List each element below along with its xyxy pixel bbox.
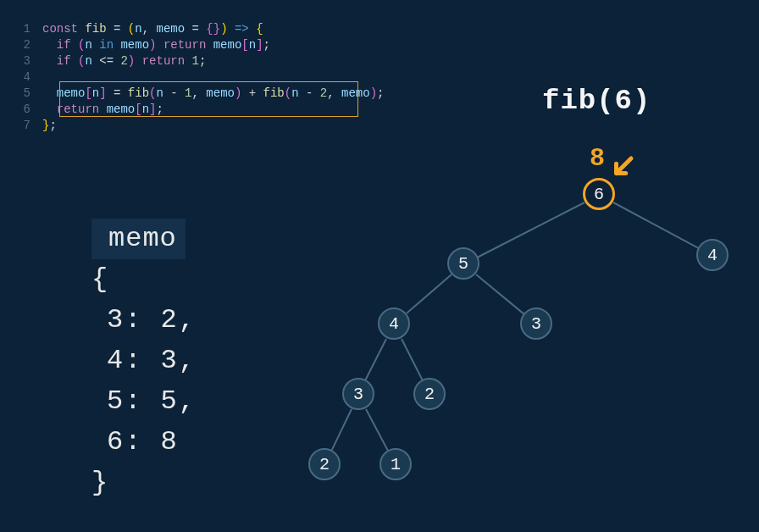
line-number: 1 <box>17 21 42 37</box>
code-content: return memo[n]; <box>42 102 163 118</box>
result-value: 8 <box>590 144 605 173</box>
line-number: 7 <box>17 118 42 134</box>
code-line: 2 if (n in memo) return memo[n]; <box>17 37 384 53</box>
memo-entry: 4: 3, <box>91 341 197 381</box>
recursion-tree: 654433221 <box>296 178 745 517</box>
memo-object: memo { 3: 2,4: 3,5: 5,6: 8 } <box>91 219 197 503</box>
code-line: 6 return memo[n]; <box>17 102 384 118</box>
memo-label: memo <box>91 219 186 259</box>
code-line: 4 <box>17 69 384 86</box>
tree-node: 3 <box>520 308 552 340</box>
line-number: 2 <box>17 37 42 53</box>
tree-node: 3 <box>342 378 374 410</box>
code-content: if (n <= 2) return 1; <box>42 53 206 69</box>
call-expression-title: fib(6) <box>542 85 651 117</box>
code-content: memo[n] = fib(n - 1, memo) + fib(n - 2, … <box>42 86 384 102</box>
line-number: 5 <box>17 86 42 102</box>
tree-edge <box>612 202 698 249</box>
memo-entry: 5: 5, <box>91 381 197 422</box>
code-content: const fib = (n, memo = {}) => { <box>42 21 263 37</box>
arrow-down-left-icon <box>610 154 635 180</box>
code-line: 5 memo[n] = fib(n - 1, memo) + fib(n - 2… <box>17 86 384 102</box>
tree-node: 4 <box>696 239 729 271</box>
tree-node: 5 <box>447 247 479 280</box>
code-content <box>42 69 57 86</box>
code-content: if (n in memo) return memo[n]; <box>42 37 270 53</box>
tree-edge <box>401 338 424 380</box>
memo-close-brace: } <box>91 463 197 503</box>
tree-node: 2 <box>413 378 446 410</box>
code-content: }; <box>42 118 57 134</box>
tree-node: 2 <box>308 448 341 480</box>
code-line: 1const fib = (n, memo = {}) => { <box>17 21 384 37</box>
tree-edge <box>365 338 388 380</box>
tree-edge <box>365 408 389 451</box>
memo-entry: 6: 8 <box>91 422 197 463</box>
tree-node-root: 6 <box>583 178 615 210</box>
memo-open-brace: { <box>91 259 197 300</box>
tree-node: 1 <box>380 448 412 480</box>
code-editor: 1const fib = (n, memo = {}) => {2 if (n … <box>17 21 384 134</box>
line-number: 3 <box>17 53 42 69</box>
tree-edge <box>477 202 584 258</box>
tree-edge <box>475 274 524 314</box>
tree-edge <box>406 274 452 315</box>
line-number: 6 <box>17 102 42 118</box>
memo-entry: 3: 2, <box>91 300 197 341</box>
line-number: 4 <box>17 69 42 86</box>
tree-node: 4 <box>378 308 410 340</box>
code-line: 3 if (n <= 2) return 1; <box>17 53 384 69</box>
tree-edge <box>330 409 352 452</box>
code-line: 7}; <box>17 118 384 134</box>
